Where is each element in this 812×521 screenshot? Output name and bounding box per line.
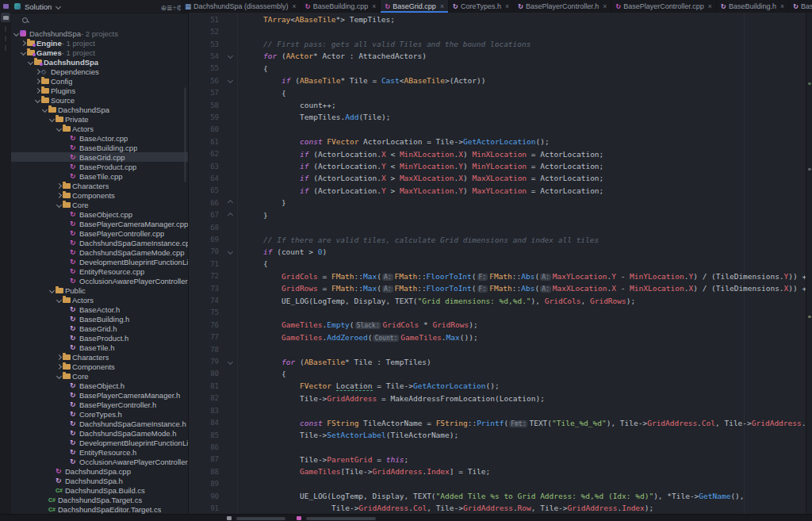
line-number[interactable]: 64 (189, 174, 224, 182)
tree-item-actors[interactable]: Actors (11, 295, 188, 305)
tree-item-developmentblueprintfunctionlibra[interactable]: ↻DevelopmentBlueprintFunctionLibra (11, 438, 188, 447)
project-tool-window-button[interactable] (1, 13, 10, 22)
code-line-83[interactable]: 83 (189, 404, 812, 416)
close-icon[interactable]: × (708, 2, 712, 10)
tree-item-baseactor-h[interactable]: ↻BaseActor.h (11, 305, 188, 314)
line-number[interactable]: 53 (189, 40, 224, 48)
code-line-63[interactable]: 63if (ActorLocation.Y < MinYLocation.Y) … (189, 160, 812, 172)
code-line-73[interactable]: 73GridRows = FMath::Max(A:FMath::FloorTo… (189, 282, 812, 294)
tree-item-baseplayercameramanager-h[interactable]: ↻BasePlayerCameraManager.h (11, 390, 188, 400)
fold-up-icon[interactable] (224, 209, 238, 221)
line-number[interactable]: 61 (189, 138, 224, 146)
code-line-55[interactable]: 55{ (189, 63, 812, 75)
tree-item-actors[interactable]: Actors (11, 124, 188, 133)
code-line-65[interactable]: 65if (ActorLocation.Y > MaxYLocation.Y) … (189, 185, 812, 197)
tree-item-dachshundspa[interactable]: DachshundSpa (11, 57, 188, 67)
code-line-87[interactable]: 87Tile->ParentGrid = this; (189, 454, 812, 465)
tree-item-basebuilding-cpp[interactable]: ↻BaseBuilding.cpp (11, 143, 188, 152)
code-line-66[interactable]: 66} (189, 197, 812, 209)
chevron-right-icon[interactable] (34, 79, 41, 83)
code-line-86[interactable]: 86 (189, 441, 812, 453)
tree-item-basegrid-h[interactable]: ↻BaseGrid.h (11, 324, 188, 333)
chevron-right-icon[interactable] (20, 41, 27, 45)
line-number[interactable]: 70 (189, 247, 224, 255)
chevron-down-icon[interactable] (56, 127, 63, 131)
code-line-59[interactable]: 59TempTiles.Add(Tile); (189, 111, 812, 123)
fold-up-icon[interactable] (224, 197, 238, 209)
tree-item-dachshundspaeditor-target-cs[interactable]: C#DachshundSpaEditor.Target.cs (11, 504, 188, 514)
tree-item-occlusionawareplayercontroller-cpp[interactable]: ↻OcclusionAwarePlayerController.cpp (11, 276, 188, 285)
code-line-67[interactable]: 67} (189, 209, 812, 221)
tab-coretypes-h[interactable]: ↻CoreTypes.h× (449, 0, 514, 13)
fold-down-icon[interactable] (224, 246, 238, 258)
tree-item-characters[interactable]: Characters (11, 352, 188, 362)
code-line-77[interactable]: 77GameTiles.AddZeroed(Count:GameTiles.Ma… (189, 331, 812, 343)
code-line-89[interactable]: 89 (189, 477, 812, 489)
code-line-71[interactable]: 71{ (189, 258, 812, 270)
line-number[interactable]: 77 (189, 333, 224, 341)
line-number[interactable]: 84 (189, 419, 224, 427)
locate-file-button[interactable]: ⊕ (160, 4, 167, 12)
line-number[interactable]: 86 (189, 443, 224, 451)
code-line-52[interactable]: 52 (189, 25, 812, 37)
tree-item-dachshundspa-cpp[interactable]: ↻DachshundSpa.cpp (11, 466, 188, 476)
tree-item-dachshundspa[interactable]: DachshundSpa - 2 projects (11, 29, 188, 38)
tree-item-baseproduct-h[interactable]: ↻BaseProduct.h (11, 333, 188, 343)
expand-all-button[interactable]: ≣ (167, 4, 173, 12)
tree-item-basetile-h[interactable]: ↻BaseTile.h (11, 343, 188, 352)
tree-item-basetile-cpp[interactable]: ↻BaseTile.cpp (11, 171, 188, 181)
tree-item-dachshundspagameinstance-h[interactable]: ↻DachshundSpaGameInstance.h (11, 419, 188, 428)
tab-baseplayercontroller-h[interactable]: ↻BasePlayerController.h× (514, 0, 611, 13)
code-line-51[interactable]: 51TArray<ABaseTile*> TempTiles; (189, 13, 812, 25)
code-line-58[interactable]: 58count++; (189, 99, 812, 111)
code-line-62[interactable]: 62if (ActorLocation.X < MinXLocation.X) … (189, 147, 812, 159)
code-line-68[interactable]: 68 (189, 221, 812, 233)
code-line-85[interactable]: 85Tile->SetActorLabel(TileActorName); (189, 429, 812, 441)
chevron-down-icon[interactable] (56, 203, 63, 207)
tree-item-source[interactable]: Source (11, 95, 188, 105)
line-number[interactable]: 90 (189, 492, 224, 500)
tree-item-basebuilding-h[interactable]: ↻BaseBuilding.h (11, 314, 188, 324)
line-number[interactable]: 62 (189, 150, 224, 158)
breadcrumb-partial[interactable] (306, 517, 376, 520)
code-line-88[interactable]: 88GameTiles[Tile->GridAddress.Index] = T… (189, 465, 812, 477)
line-number[interactable]: 72 (189, 272, 224, 280)
code-line-60[interactable]: 60 (189, 124, 812, 136)
solution-icon[interactable] (1, 2, 10, 11)
tree-item-config[interactable]: Config (11, 76, 188, 86)
tree-item-baseplayercontroller-h[interactable]: ↻BasePlayerController.h (11, 400, 188, 409)
close-icon[interactable]: × (505, 2, 509, 10)
code-line-72[interactable]: 72GridCols = FMath::Max(A:FMath::FloorTo… (189, 270, 812, 282)
line-number[interactable]: 88 (189, 468, 224, 476)
chevron-right-icon[interactable] (56, 355, 63, 359)
tree-scrollbar[interactable] (184, 87, 186, 182)
line-number[interactable]: 54 (189, 52, 224, 60)
tree-item-plugins[interactable]: Plugins (11, 86, 188, 95)
line-number[interactable]: 69 (189, 236, 224, 243)
line-number[interactable]: 83 (189, 407, 224, 415)
line-number[interactable]: 80 (189, 370, 224, 377)
chevron-down-icon[interactable] (48, 289, 56, 293)
search-icon[interactable] (22, 17, 29, 24)
code-line-81[interactable]: 81FVector Location = Tile->GetActorLocat… (189, 380, 812, 392)
chevron-down-icon[interactable] (56, 3, 61, 9)
tree-item-public[interactable]: Public (11, 285, 188, 295)
line-number[interactable]: 76 (189, 321, 224, 329)
tab-basebuilding-h[interactable]: ↻BaseBuilding.h× (717, 0, 789, 13)
code-line-64[interactable]: 64if (ActorLocation.X > MaxXLocation.X) … (189, 172, 812, 184)
tree-item-dachshundspa[interactable]: DachshundSpa (11, 105, 188, 114)
tree-item-private[interactable]: Private (11, 114, 188, 124)
code-line-90[interactable]: 90UE_LOG(LogTemp, Display, TEXT("Added T… (189, 490, 812, 502)
code-line-78[interactable]: 78 (189, 343, 812, 355)
line-number[interactable]: 91 (189, 504, 224, 512)
line-number[interactable]: 68 (189, 224, 224, 232)
chevron-right-icon[interactable] (34, 89, 41, 93)
code-line-74[interactable]: 74UE_LOG(LogTemp, Display, TEXT("Grid di… (189, 294, 812, 306)
tree-item-core[interactable]: Core (11, 200, 188, 209)
code-line-76[interactable]: 76GameTiles.Empty(Slack:GridCols * GridR… (189, 319, 812, 331)
tree-item-baseplayercontroller-cpp[interactable]: ↻BasePlayerController.cpp (11, 228, 188, 238)
tree-item-baseproduct-cpp[interactable]: ↻BaseProduct.cpp (11, 162, 188, 171)
tree-item-core[interactable]: Core (11, 371, 188, 381)
chevron-down-icon[interactable] (48, 117, 56, 121)
code-line-69[interactable]: 69// If there are valid tiles, calculate… (189, 233, 812, 245)
